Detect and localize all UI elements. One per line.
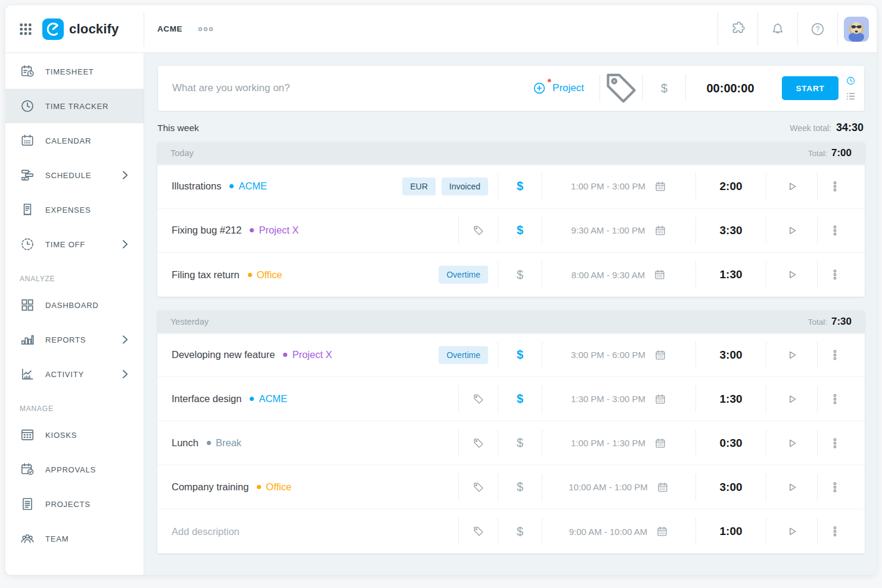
sidebar-item-time-off[interactable]: TIME OFF (5, 227, 144, 262)
entry-duration[interactable]: 3:00 (695, 474, 766, 500)
sidebar-item-activity[interactable]: ACTIVITY (5, 357, 144, 391)
entry-time-range[interactable]: 9:00 AM - 10:00 AM (569, 527, 648, 537)
sidebar-item-expenses[interactable]: EXPENSES (5, 192, 144, 227)
sidebar-item-kiosks[interactable]: KIOSKS (5, 418, 144, 452)
entry-date-button[interactable] (654, 437, 667, 450)
integrations-button[interactable] (718, 13, 757, 46)
entry-project[interactable]: Project X (250, 225, 299, 236)
entry-tag-button[interactable] (458, 217, 498, 244)
entry-project[interactable]: Break (207, 437, 241, 449)
entry-menu-button[interactable] (817, 217, 852, 244)
entry-menu-button[interactable] (817, 342, 852, 368)
sidebar-item-timesheet[interactable]: TIMESHEET (5, 54, 144, 89)
entry-time-range[interactable]: 1:00 PM - 3:00 PM (571, 181, 645, 191)
entry-billable-button[interactable]: $ (498, 386, 542, 412)
sidebar-item-time-tracker[interactable]: TIME TRACKER (5, 89, 144, 123)
select-project-button[interactable]: * Project (517, 75, 600, 101)
entry-continue-button[interactable] (766, 217, 817, 244)
entry-duration[interactable]: 0:30 (695, 430, 766, 456)
entry-duration[interactable]: 2:00 (695, 173, 766, 200)
entry-description-cell[interactable]: Add description (172, 526, 458, 537)
tag-badge[interactable]: Overtime (439, 346, 488, 364)
entry-continue-button[interactable] (766, 386, 817, 412)
entry-date-button[interactable] (654, 180, 667, 193)
entry-project[interactable]: ACME (229, 181, 267, 192)
entry-billable-button[interactable]: $ (498, 262, 542, 288)
entry-date-button[interactable] (656, 525, 669, 538)
sidebar-item-approvals[interactable]: APPROVALS (5, 452, 144, 487)
entry-project[interactable]: ACME (250, 393, 287, 405)
entry-tag-button[interactable] (458, 430, 498, 456)
entry-description-cell[interactable]: Developing new featureProject X (172, 349, 439, 360)
entry-billable-button[interactable]: $ (498, 430, 542, 456)
entry-date-button[interactable] (653, 268, 666, 281)
entry-date-button[interactable] (656, 481, 669, 494)
tag-badge[interactable]: Overtime (439, 266, 488, 284)
entry-menu-button[interactable] (817, 518, 852, 545)
entry-continue-button[interactable] (766, 518, 817, 545)
help-button[interactable] (797, 13, 837, 46)
workspace-name[interactable]: ACME (157, 24, 182, 33)
manual-mode-icon[interactable] (846, 91, 856, 101)
entry-menu-button[interactable] (817, 386, 852, 412)
entry-duration[interactable]: 1:30 (695, 386, 766, 412)
entry-time-range[interactable]: 3:00 PM - 6:00 PM (571, 350, 645, 360)
entry-time-range[interactable]: 1:00 PM - 1:30 PM (571, 438, 645, 448)
entry-description-cell[interactable]: LunchBreak (172, 437, 458, 449)
sidebar-item-team[interactable]: TEAM (5, 521, 144, 556)
entry-time-range[interactable]: 8:00 AM - 9:30 AM (572, 270, 645, 280)
entry-menu-button[interactable] (817, 430, 852, 456)
description-input[interactable] (158, 66, 517, 111)
clockify-logo[interactable]: clockify (42, 18, 119, 40)
entry-project[interactable]: Office (248, 269, 282, 281)
sidebar-item-projects[interactable]: PROJECTS (5, 487, 144, 521)
entry-date-button[interactable] (654, 393, 667, 406)
entry-menu-button[interactable] (817, 474, 852, 500)
entry-tag-button[interactable] (458, 474, 498, 500)
entry-continue-button[interactable] (766, 342, 817, 368)
workspace-menu-icon[interactable] (198, 26, 213, 33)
entry-project[interactable]: Project X (283, 349, 332, 360)
entry-description-cell[interactable]: IllustrationsACME (172, 181, 402, 192)
entry-date-button[interactable] (654, 349, 667, 362)
entry-duration[interactable]: 1:30 (695, 262, 766, 288)
entry-billable-button[interactable]: $ (498, 342, 542, 368)
entry-time-range[interactable]: 9:30 AM - 1:00 PM (571, 225, 645, 235)
entry-tag-button[interactable] (458, 386, 498, 412)
sidebar-item-schedule[interactable]: SCHEDULE (5, 158, 144, 192)
entry-project[interactable]: Office (257, 481, 291, 493)
sidebar-item-calendar[interactable]: CALENDAR (5, 123, 144, 158)
notifications-button[interactable] (757, 13, 797, 46)
entry-duration[interactable]: 3:30 (695, 217, 766, 244)
entry-description-cell[interactable]: Fixing bug #212Project X (172, 225, 458, 236)
entry-date-button[interactable] (654, 224, 667, 237)
avatar[interactable] (844, 17, 869, 42)
entry-tag-button[interactable] (458, 518, 498, 545)
entry-duration[interactable]: 3:00 (695, 342, 766, 368)
entry-description-cell[interactable]: Company trainingOffice (172, 481, 458, 493)
entry-continue-button[interactable] (766, 474, 817, 500)
entry-continue-button[interactable] (766, 262, 817, 288)
sidebar-item-reports[interactable]: REPORTS (5, 322, 144, 357)
apps-grid-icon[interactable] (18, 22, 33, 36)
billable-button[interactable]: $ (642, 75, 685, 101)
entry-description-cell[interactable]: Filing tax returnOffice (172, 269, 439, 281)
tag-badge[interactable]: EUR (402, 178, 436, 195)
entry-billable-button[interactable]: $ (498, 474, 542, 500)
entry-billable-button[interactable]: $ (498, 518, 542, 545)
start-button[interactable]: START (782, 76, 838, 100)
entry-time-range[interactable]: 1:30 PM - 3:00 PM (571, 394, 645, 404)
sidebar-item-dashboard[interactable]: DASHBOARD (5, 288, 144, 322)
entry-continue-button[interactable] (766, 430, 817, 456)
entry-continue-button[interactable] (766, 173, 817, 200)
entry-time-range[interactable]: 10:00 AM - 1:00 PM (569, 482, 648, 492)
tag-badge[interactable]: Invoiced (442, 178, 488, 195)
entry-menu-button[interactable] (817, 262, 852, 288)
entry-billable-button[interactable]: $ (498, 217, 542, 244)
entry-menu-button[interactable] (817, 173, 852, 200)
timer-display[interactable]: 00:00:00 (685, 75, 775, 101)
entry-description-cell[interactable]: Interface designACME (172, 393, 458, 405)
entry-duration[interactable]: 1:00 (695, 518, 766, 545)
tags-button[interactable] (600, 75, 642, 101)
entry-billable-button[interactable]: $ (498, 173, 542, 200)
